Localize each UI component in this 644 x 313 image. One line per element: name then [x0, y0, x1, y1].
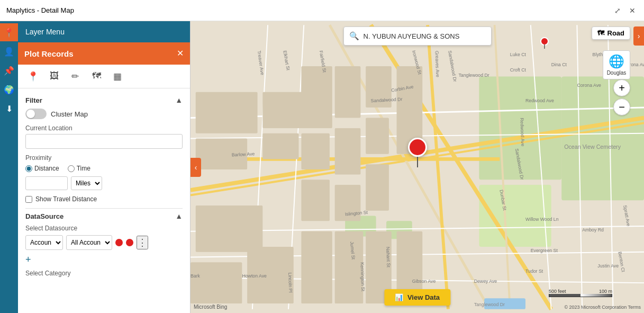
view-data-button[interactable]: 📊 View Data — [384, 289, 450, 306]
douglas-label: Douglas — [607, 70, 627, 76]
road-icon: 🗺 — [597, 29, 604, 37]
road-button[interactable]: 🗺 Road — [592, 26, 631, 40]
svg-text:Justin Ave: Justin Ave — [597, 263, 619, 269]
datasource-select-1[interactable]: Accoun — [25, 235, 63, 250]
distance-radio-option[interactable]: Distance — [25, 165, 59, 172]
add-datasource-btn[interactable]: + — [25, 254, 31, 265]
svg-text:Dina Ct: Dina Ct — [551, 62, 567, 67]
sidebar-icon-map-pin[interactable]: 📌 — [0, 61, 18, 79]
pin-tail — [417, 157, 418, 167]
search-text: N. YUBUN AUYEUNG & SONS — [364, 32, 460, 40]
proximity-radio-row: Distance Time — [25, 165, 183, 172]
time-label: Time — [77, 165, 90, 172]
map-area[interactable]: Ocean View Cemetery Barlow Ave Corbin Av… — [191, 21, 644, 313]
svg-text:Nahant St: Nahant St — [385, 247, 391, 268]
svg-rect-37 — [335, 231, 364, 303]
svg-text:Willow Wood Ln: Willow Wood Ln — [525, 217, 559, 222]
datasource-dot-2 — [126, 239, 133, 246]
scale-bar: 500 feet 100 m — [549, 289, 612, 297]
svg-text:Tudor St: Tudor St — [525, 269, 543, 274]
svg-text:Bark: Bark — [191, 273, 201, 279]
toolbar-pen-btn[interactable]: ✏ — [66, 68, 85, 85]
sidebar-icon-people[interactable]: 👤 — [0, 42, 18, 60]
time-radio[interactable] — [68, 165, 75, 172]
datasource-row: Accoun All Accoun ⋮ — [25, 235, 183, 250]
map-search-bar[interactable]: 🔍 N. YUBUN AUYEUNG & SONS — [343, 26, 492, 46]
svg-rect-34 — [335, 66, 361, 118]
sidebar-icon-globe[interactable]: 🌍 — [0, 81, 18, 99]
select-datasource-label: Select Datasource — [25, 225, 183, 232]
svg-text:Croft Ct: Croft Ct — [510, 67, 527, 73]
cluster-map-toggle[interactable] — [25, 109, 47, 119]
svg-rect-23 — [196, 92, 258, 133]
scale-label-meters: 100 m — [599, 289, 612, 294]
map-copyright: © 2023 Microsoft Corporation Terms — [564, 305, 641, 310]
filter-section-header: Filter ▲ — [25, 96, 183, 104]
sidebar-icon-location[interactable]: 📍 — [0, 23, 18, 41]
sidebar-icons: 📍 👤 📌 🌍 ⬇ — [0, 21, 18, 313]
scale-labels: 500 feet 100 m — [549, 289, 612, 294]
toolbar-location-btn[interactable]: 📍 — [23, 68, 42, 85]
svg-text:Greaves Ave: Greaves Ave — [434, 51, 441, 77]
toolbar-map-btn[interactable]: 🗺 — [87, 68, 106, 85]
svg-rect-30 — [301, 66, 332, 128]
svg-text:Dewey Ave: Dewey Ave — [474, 279, 497, 284]
current-location-input[interactable] — [25, 134, 183, 149]
time-radio-option[interactable]: Time — [68, 165, 90, 172]
filter-title: Filter — [25, 96, 42, 104]
plot-records-close-button[interactable]: ✕ — [177, 49, 184, 58]
toolbar-grid-btn[interactable]: ▦ — [108, 68, 127, 85]
map-right-toggle-btn[interactable]: › — [633, 26, 644, 46]
douglas-overlay: 🌐 Douglas — [603, 50, 630, 79]
map-pin[interactable] — [408, 138, 427, 167]
main-layout: 📍 👤 📌 🌍 ⬇ Layer Menu Plot Records ✕ 📍 🖼 … — [0, 21, 644, 313]
distance-unit-select[interactable]: Miles Km — [71, 176, 102, 190]
zoom-in-button[interactable]: + — [613, 79, 630, 96]
plot-records-title: Plot Records — [24, 49, 74, 58]
svg-text:Gibson Ave: Gibson Ave — [412, 279, 436, 284]
scale-line — [549, 294, 612, 297]
distance-radio[interactable] — [25, 165, 32, 172]
show-travel-checkbox[interactable] — [25, 196, 32, 203]
toolbar-image-btn[interactable]: 🖼 — [44, 68, 64, 85]
svg-rect-26 — [262, 92, 304, 128]
douglas-globe-icon: 🌐 — [606, 54, 627, 69]
cluster-map-row: Cluster Map — [25, 109, 183, 119]
svg-text:Luke Ct: Luke Ct — [510, 52, 527, 57]
red-marker-top — [540, 37, 549, 50]
datasource-select-2[interactable]: All Accoun — [66, 235, 112, 250]
map-left-toggle-btn[interactable]: ‹ — [191, 158, 201, 177]
svg-text:Lincoln Pl: Lincoln Pl — [287, 272, 293, 292]
svg-text:Howton Ave: Howton Ave — [242, 273, 267, 279]
datasource-more-btn[interactable]: ⋮ — [137, 236, 148, 249]
show-travel-row: Show Travel Distance — [25, 195, 183, 203]
title-bar: Maplytics - Detail Map ⤢ ✕ — [0, 0, 644, 21]
sidebar-icon-download[interactable]: ⬇ — [0, 100, 18, 118]
datasource-title: DataSource — [25, 212, 64, 220]
svg-rect-39 — [366, 118, 389, 154]
svg-rect-25 — [196, 205, 263, 252]
search-icon: 🔍 — [349, 31, 359, 41]
scale-label-feet: 500 feet — [549, 289, 566, 294]
expand-button[interactable]: ⤢ — [612, 5, 623, 16]
view-data-icon: 📊 — [395, 293, 403, 301]
datasource-section-header: DataSource ▲ — [25, 212, 183, 220]
bing-label: Microsoft Bing — [194, 304, 227, 310]
svg-text:Tanglewood Dr: Tanglewood Dr — [458, 73, 489, 78]
svg-text:Amboy Rd: Amboy Rd — [582, 227, 604, 232]
window-close-button[interactable]: ✕ — [627, 5, 638, 16]
road-label: Road — [607, 29, 625, 37]
svg-rect-35 — [335, 128, 361, 175]
svg-rect-32 — [301, 180, 330, 221]
distance-value-input[interactable] — [25, 176, 68, 190]
svg-point-83 — [541, 38, 548, 45]
svg-rect-27 — [262, 133, 298, 159]
filter-toggle-btn[interactable]: ▲ — [175, 96, 183, 104]
pin-dot — [408, 138, 427, 157]
filter-divider — [25, 208, 183, 209]
zoom-out-button[interactable]: − — [613, 99, 630, 115]
datasource-toggle-btn[interactable]: ▲ — [175, 212, 183, 220]
view-data-label: View Data — [407, 293, 440, 301]
svg-text:Evergreen St: Evergreen St — [531, 248, 558, 253]
bing-logo: Microsoft Bing — [194, 304, 227, 310]
